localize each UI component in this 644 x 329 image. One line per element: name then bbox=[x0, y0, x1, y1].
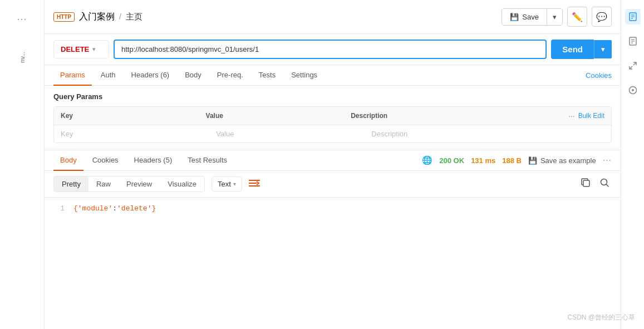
response-section: Body Cookies Headers (5) Test Results 🌐 … bbox=[45, 150, 621, 329]
description-placeholder[interactable]: Description bbox=[371, 130, 604, 138]
format-type-label: Text bbox=[218, 180, 231, 188]
method-label: DELETE bbox=[61, 45, 89, 53]
right-sidebar-icon-file[interactable] bbox=[625, 33, 641, 49]
tab-params[interactable]: Params bbox=[53, 65, 92, 86]
breadcrumb-collection: 入门案例 bbox=[79, 11, 115, 23]
tab-headers[interactable]: Headers (6) bbox=[125, 65, 176, 86]
status-time: 131 ms bbox=[471, 156, 495, 165]
breadcrumb-current: 主页 bbox=[126, 12, 142, 22]
code-line: 1 {'module':'delete'} bbox=[53, 203, 612, 215]
header-actions: 💾 Save ▾ ✏️ 💬 bbox=[502, 7, 612, 27]
search-button[interactable] bbox=[597, 175, 612, 193]
sidebar-label: nv... bbox=[19, 52, 26, 63]
code-content: {'module':'delete'} bbox=[73, 203, 156, 215]
breadcrumb-separator: / bbox=[119, 12, 121, 21]
col-header-description: Description bbox=[351, 112, 568, 120]
request-header: HTTP 入门案例 / 主页 💾 Save ▾ ✏️ 💬 bbox=[45, 0, 621, 34]
svg-point-17 bbox=[632, 89, 634, 91]
params-table: Key Value Description ··· Bulk Edit Key … bbox=[53, 106, 612, 143]
format-tab-preview[interactable]: Preview bbox=[119, 176, 160, 191]
format-tab-group: Pretty Raw Preview Visualize bbox=[53, 176, 205, 192]
response-status-area: 🌐 200 OK 131 ms 188 B 💾 Save as example … bbox=[422, 155, 612, 165]
watermark: CSDN @曾经的三心草 bbox=[567, 313, 621, 322]
save-label: Save bbox=[522, 13, 539, 21]
bulk-edit-dots: ··· bbox=[568, 111, 575, 120]
right-sidebar bbox=[621, 0, 644, 329]
right-sidebar-icon-expand[interactable] bbox=[625, 58, 641, 73]
sidebar-dots: ··· bbox=[12, 9, 31, 30]
response-tab-test-results[interactable]: Test Results bbox=[181, 150, 234, 171]
svg-rect-3 bbox=[583, 180, 589, 186]
main-content: HTTP 入门案例 / 主页 💾 Save ▾ ✏️ 💬 DELETE bbox=[45, 0, 621, 329]
save-icon: 💾 bbox=[510, 13, 519, 21]
col-header-value: Value bbox=[206, 112, 351, 120]
params-data-row: Key Value Description bbox=[54, 125, 611, 143]
response-actions bbox=[578, 175, 612, 193]
svg-line-5 bbox=[607, 185, 609, 187]
format-type-arrow: ▾ bbox=[233, 181, 236, 187]
method-selector[interactable]: DELETE ▾ bbox=[53, 40, 109, 58]
right-sidebar-icon-doc[interactable] bbox=[625, 9, 641, 24]
wrap-button[interactable] bbox=[247, 176, 262, 192]
left-sidebar: ··· nv... bbox=[0, 0, 45, 329]
format-tab-pretty[interactable]: Pretty bbox=[54, 176, 89, 191]
line-number: 1 bbox=[53, 203, 65, 215]
save-button-group: 💾 Save ▾ bbox=[502, 8, 563, 26]
breadcrumb: HTTP 入门案例 / 主页 bbox=[53, 11, 142, 23]
tab-tests[interactable]: Tests bbox=[252, 65, 282, 86]
tab-settings[interactable]: Settings bbox=[284, 65, 324, 86]
format-tab-raw[interactable]: Raw bbox=[89, 176, 119, 191]
key-placeholder[interactable]: Key bbox=[61, 130, 216, 138]
query-params-section: Query Params Key Value Description ··· B… bbox=[45, 86, 621, 150]
response-tab-headers[interactable]: Headers (5) bbox=[127, 150, 179, 171]
request-tabs: Params Auth Headers (6) Body Pre-req. Te… bbox=[45, 65, 621, 86]
http-badge: HTTP bbox=[53, 12, 75, 22]
value-placeholder[interactable]: Value bbox=[216, 130, 371, 138]
save-dropdown-arrow[interactable]: ▾ bbox=[547, 9, 562, 25]
params-header-row: Key Value Description ··· Bulk Edit bbox=[54, 107, 611, 125]
save-example-label: Save as example bbox=[540, 156, 596, 165]
status-code: 200 OK bbox=[439, 156, 464, 165]
edit-icon: ✏️ bbox=[572, 12, 583, 22]
response-tabs: Body Cookies Headers (5) Test Results 🌐 … bbox=[45, 150, 621, 171]
send-button-group: Send ▾ bbox=[551, 40, 612, 59]
format-type-selector[interactable]: Text ▾ bbox=[212, 176, 242, 191]
code-colon: : bbox=[112, 204, 117, 213]
code-key: {'module' bbox=[73, 204, 112, 213]
tab-prereq[interactable]: Pre-req. bbox=[210, 65, 250, 86]
save-button[interactable]: 💾 Save bbox=[502, 9, 547, 25]
svg-point-4 bbox=[601, 179, 607, 185]
url-input-wrapper bbox=[114, 40, 547, 59]
bulk-edit-button[interactable]: Bulk Edit bbox=[578, 112, 604, 120]
response-more-button[interactable]: ··· bbox=[603, 155, 612, 165]
right-sidebar-icon-circle[interactable] bbox=[625, 82, 641, 98]
tab-body[interactable]: Body bbox=[178, 65, 208, 86]
cookies-link[interactable]: Cookies bbox=[586, 71, 612, 80]
send-button[interactable]: Send bbox=[551, 40, 594, 59]
format-tabs-row: Pretty Raw Preview Visualize Text ▾ bbox=[45, 171, 621, 198]
status-size: 188 B bbox=[502, 156, 522, 165]
save-example-icon: 💾 bbox=[528, 156, 537, 165]
save-example-button[interactable]: 💾 Save as example bbox=[528, 156, 596, 165]
col-header-key: Key bbox=[61, 112, 206, 120]
response-tab-cookies[interactable]: Cookies bbox=[86, 150, 125, 171]
copy-button[interactable] bbox=[578, 175, 593, 193]
send-dropdown-arrow[interactable]: ▾ bbox=[594, 40, 612, 58]
globe-icon: 🌐 bbox=[422, 155, 432, 165]
url-input[interactable] bbox=[114, 40, 547, 59]
edit-button[interactable]: ✏️ bbox=[567, 7, 587, 27]
comment-button[interactable]: 💬 bbox=[592, 7, 612, 27]
comment-icon: 💬 bbox=[596, 12, 607, 22]
query-params-title: Query Params bbox=[53, 92, 612, 101]
method-dropdown-arrow: ▾ bbox=[92, 46, 96, 53]
tab-auth[interactable]: Auth bbox=[94, 65, 122, 86]
url-bar: DELETE ▾ Send ▾ bbox=[45, 34, 621, 65]
format-tab-visualize[interactable]: Visualize bbox=[160, 176, 204, 191]
code-value: 'delete'} bbox=[117, 204, 156, 213]
code-area: 1 {'module':'delete'} bbox=[45, 198, 621, 329]
response-tab-body[interactable]: Body bbox=[53, 150, 83, 171]
